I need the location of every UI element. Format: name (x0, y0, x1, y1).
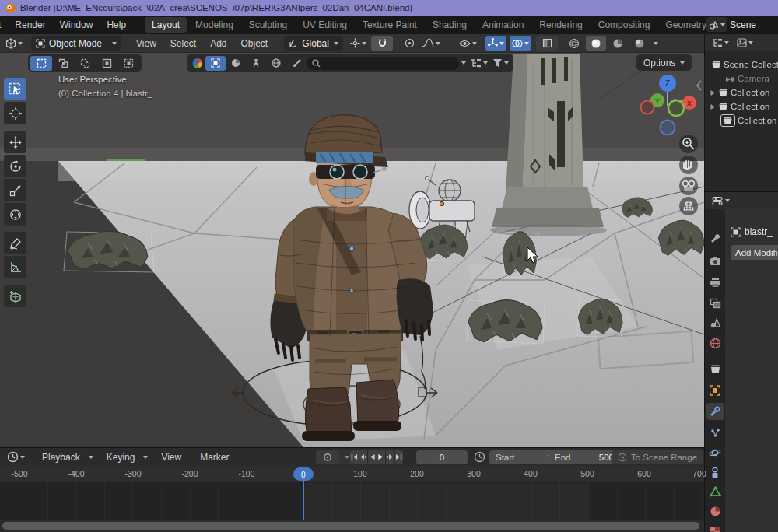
viewport-menu-object[interactable]: Object (234, 36, 275, 51)
add-modifier-button[interactable]: Add Modifier (731, 245, 778, 260)
snap-magnet-toggle[interactable] (371, 36, 393, 51)
perspective-toggle-button[interactable] (679, 197, 698, 215)
viewport-canvas[interactable]: Z Y X (0, 53, 704, 447)
play-button[interactable] (377, 450, 386, 464)
play-reverse-button[interactable] (368, 450, 377, 464)
auto-keying-toggle[interactable] (316, 450, 339, 464)
end-frame-field[interactable]: End500 (548, 450, 620, 464)
tool-add-cube[interactable] (4, 285, 26, 307)
shading-rendered-button[interactable] (629, 36, 650, 51)
outliner-filter-dropdown[interactable] (734, 36, 755, 51)
select-mode-intersect-button[interactable] (117, 56, 139, 71)
tab-particles[interactable] (706, 425, 724, 442)
tab-collection[interactable] (706, 360, 724, 377)
tab-shading[interactable]: Shading (426, 17, 474, 33)
tab-modeling[interactable]: Modeling (188, 17, 240, 33)
mode-dropdown[interactable]: Object Mode (31, 36, 121, 51)
timeline-scrollbar[interactable] (2, 522, 699, 530)
tab-world[interactable] (706, 334, 724, 352)
tab-view-layer[interactable] (706, 295, 724, 312)
filter-funnel-dropdown[interactable] (490, 56, 511, 71)
viewport-menu-add[interactable]: Add (203, 36, 233, 51)
options-dropdown[interactable]: Options (636, 54, 692, 71)
tab-object[interactable] (706, 382, 724, 399)
tab-physics[interactable] (706, 444, 724, 461)
menu-render[interactable]: Render (8, 17, 52, 33)
tool-measure[interactable] (4, 256, 26, 278)
timeline-ruler[interactable]: -500 -400 -300 -200 -100 100 200 300 400… (0, 466, 704, 483)
timeline-editor-type-button[interactable] (5, 450, 27, 464)
tab-output[interactable] (706, 274, 724, 291)
next-keyframe-button[interactable] (386, 450, 394, 464)
shading-material-button[interactable] (608, 36, 628, 51)
shading-wireframe-button[interactable] (564, 36, 584, 51)
xray-toggle[interactable] (536, 36, 558, 51)
menu-help[interactable]: Help (100, 17, 133, 33)
proportional-editing-toggle[interactable] (399, 36, 419, 51)
pan-hand-button[interactable] (679, 156, 698, 174)
editor-type-button[interactable] (3, 36, 25, 51)
show-gizmo-toggle[interactable] (485, 36, 506, 51)
transform-orientation-dropdown[interactable]: Global (284, 36, 343, 51)
tab-rendering[interactable]: Rendering (532, 17, 589, 33)
camera-view-button[interactable] (679, 177, 698, 195)
tab-compositing[interactable]: Compositing (591, 17, 657, 33)
tab-texture[interactable] (706, 523, 724, 532)
outliner-item-collection-2[interactable]: Collection (710, 100, 770, 114)
tool-move[interactable] (4, 131, 26, 153)
color-wheel-icon[interactable] (191, 58, 203, 69)
tab-sculpting[interactable]: Sculpting (242, 17, 294, 33)
filter-brush-button[interactable] (286, 56, 307, 71)
to-scene-range-button[interactable]: To Scene Range (612, 450, 703, 464)
tab-uv-editing[interactable]: UV Editing (296, 17, 354, 33)
outliner-item-collection-active[interactable]: Collection (720, 114, 777, 128)
timeline-menu-playback[interactable]: Playback (35, 450, 87, 465)
tab-animation[interactable]: Animation (475, 17, 531, 33)
tab-render[interactable] (706, 252, 724, 269)
select-mode-subtract-button[interactable] (74, 56, 96, 71)
tool-cursor[interactable] (4, 102, 26, 124)
menu-window[interactable]: Window (53, 17, 100, 33)
menu-edit-clipped[interactable]: t (0, 17, 8, 33)
filter-pose-button[interactable] (246, 56, 266, 71)
tool-select-box[interactable] (4, 78, 26, 100)
proportional-falloff-dropdown[interactable] (419, 36, 443, 51)
tool-transform[interactable] (4, 203, 26, 226)
tool-scale[interactable] (4, 179, 26, 201)
show-overlays-toggle[interactable] (510, 36, 531, 51)
scene-browse-button[interactable] (706, 17, 727, 32)
current-frame-field[interactable]: 0 (416, 450, 468, 464)
tab-modifiers[interactable] (706, 403, 724, 420)
prev-keyframe-button[interactable] (359, 450, 368, 464)
filter-world-button[interactable] (266, 56, 286, 71)
jump-to-end-button[interactable] (395, 450, 404, 464)
properties-breadcrumb[interactable]: blastr_ (731, 226, 773, 237)
scene-name[interactable]: Scene (730, 19, 756, 30)
search-options-dropdown[interactable] (459, 56, 468, 71)
search-input[interactable] (307, 57, 459, 70)
shading-solid-button[interactable] (586, 36, 606, 51)
timeline-menu-keying[interactable]: Keying (100, 450, 142, 465)
timeline-track-area[interactable] (0, 483, 704, 520)
jump-to-start-button[interactable] (350, 450, 359, 464)
outliner-display-mode-dropdown[interactable] (710, 36, 731, 51)
visibility-dropdown[interactable] (457, 36, 479, 51)
expand-arrow-icon[interactable] (710, 89, 716, 96)
viewport-menu-select[interactable]: Select (163, 36, 203, 51)
properties-editor-type-button[interactable] (710, 194, 732, 208)
filter-object-button[interactable] (205, 56, 226, 71)
tab-tool[interactable] (706, 230, 724, 247)
select-mode-invert-button[interactable] (96, 56, 117, 71)
timeline-menu-view[interactable]: View (154, 450, 188, 465)
outliner-item-scene-collection[interactable]: Scene Collection (711, 58, 778, 72)
tab-material[interactable] (706, 502, 724, 520)
filter-mesh-button[interactable] (226, 56, 246, 71)
title-bar[interactable]: Blender [D:\ME_ENcours\pack_\02A_crea\SC… (0, 0, 778, 16)
outliner-item-collection-1[interactable]: Collection (710, 86, 770, 100)
timeline-menu-marker[interactable]: Marker (193, 450, 236, 465)
start-frame-field[interactable]: Start1 (489, 450, 558, 464)
select-mode-extend-button[interactable] (52, 56, 74, 71)
tab-texture-paint[interactable]: Texture Paint (356, 17, 424, 33)
tool-annotate[interactable] (4, 232, 26, 254)
tab-object-data[interactable] (706, 483, 724, 500)
